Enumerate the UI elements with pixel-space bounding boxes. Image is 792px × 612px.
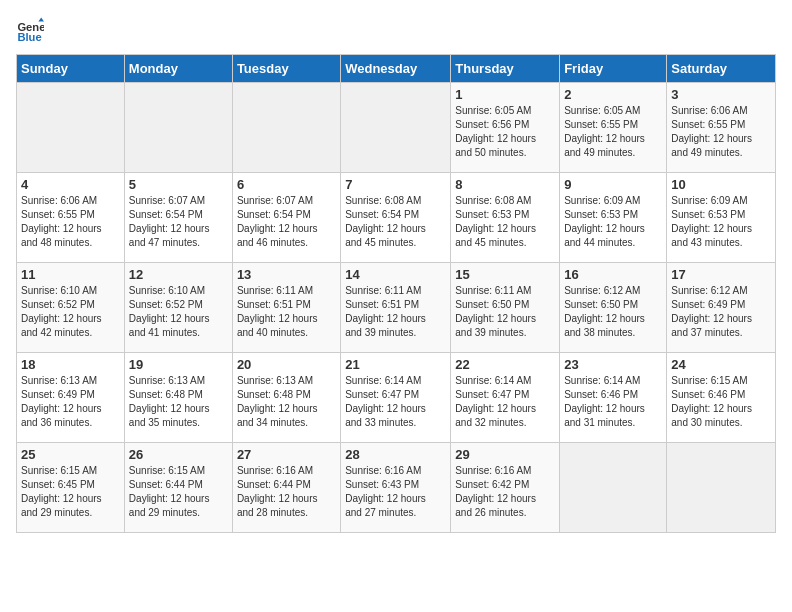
day-number: 26 — [129, 447, 228, 462]
calendar-cell: 1Sunrise: 6:05 AM Sunset: 6:56 PM Daylig… — [451, 83, 560, 173]
calendar-cell: 18Sunrise: 6:13 AM Sunset: 6:49 PM Dayli… — [17, 353, 125, 443]
day-number: 13 — [237, 267, 336, 282]
day-number: 8 — [455, 177, 555, 192]
calendar-cell: 23Sunrise: 6:14 AM Sunset: 6:46 PM Dayli… — [560, 353, 667, 443]
day-number: 15 — [455, 267, 555, 282]
calendar-cell: 26Sunrise: 6:15 AM Sunset: 6:44 PM Dayli… — [124, 443, 232, 533]
calendar-cell: 19Sunrise: 6:13 AM Sunset: 6:48 PM Dayli… — [124, 353, 232, 443]
calendar-cell — [232, 83, 340, 173]
day-detail: Sunrise: 6:15 AM Sunset: 6:44 PM Dayligh… — [129, 465, 210, 518]
day-number: 17 — [671, 267, 771, 282]
day-number: 22 — [455, 357, 555, 372]
day-detail: Sunrise: 6:14 AM Sunset: 6:46 PM Dayligh… — [564, 375, 645, 428]
weekday-header: Monday — [124, 55, 232, 83]
calendar-week-row: 18Sunrise: 6:13 AM Sunset: 6:49 PM Dayli… — [17, 353, 776, 443]
day-number: 20 — [237, 357, 336, 372]
calendar-table: SundayMondayTuesdayWednesdayThursdayFrid… — [16, 54, 776, 533]
day-detail: Sunrise: 6:13 AM Sunset: 6:49 PM Dayligh… — [21, 375, 102, 428]
day-number: 25 — [21, 447, 120, 462]
day-number: 1 — [455, 87, 555, 102]
day-number: 12 — [129, 267, 228, 282]
day-number: 16 — [564, 267, 662, 282]
day-number: 27 — [237, 447, 336, 462]
calendar-cell: 3Sunrise: 6:06 AM Sunset: 6:55 PM Daylig… — [667, 83, 776, 173]
day-number: 29 — [455, 447, 555, 462]
day-detail: Sunrise: 6:13 AM Sunset: 6:48 PM Dayligh… — [237, 375, 318, 428]
logo: General Blue — [16, 16, 46, 44]
calendar-week-row: 1Sunrise: 6:05 AM Sunset: 6:56 PM Daylig… — [17, 83, 776, 173]
day-number: 3 — [671, 87, 771, 102]
day-detail: Sunrise: 6:07 AM Sunset: 6:54 PM Dayligh… — [129, 195, 210, 248]
day-detail: Sunrise: 6:13 AM Sunset: 6:48 PM Dayligh… — [129, 375, 210, 428]
calendar-cell: 2Sunrise: 6:05 AM Sunset: 6:55 PM Daylig… — [560, 83, 667, 173]
calendar-cell — [124, 83, 232, 173]
day-number: 10 — [671, 177, 771, 192]
day-number: 4 — [21, 177, 120, 192]
calendar-cell: 14Sunrise: 6:11 AM Sunset: 6:51 PM Dayli… — [341, 263, 451, 353]
calendar-cell: 13Sunrise: 6:11 AM Sunset: 6:51 PM Dayli… — [232, 263, 340, 353]
calendar-cell — [341, 83, 451, 173]
day-number: 18 — [21, 357, 120, 372]
svg-text:Blue: Blue — [17, 31, 41, 43]
calendar-cell: 27Sunrise: 6:16 AM Sunset: 6:44 PM Dayli… — [232, 443, 340, 533]
calendar-week-row: 4Sunrise: 6:06 AM Sunset: 6:55 PM Daylig… — [17, 173, 776, 263]
day-detail: Sunrise: 6:15 AM Sunset: 6:46 PM Dayligh… — [671, 375, 752, 428]
day-detail: Sunrise: 6:12 AM Sunset: 6:49 PM Dayligh… — [671, 285, 752, 338]
calendar-cell: 21Sunrise: 6:14 AM Sunset: 6:47 PM Dayli… — [341, 353, 451, 443]
calendar-cell — [667, 443, 776, 533]
day-detail: Sunrise: 6:12 AM Sunset: 6:50 PM Dayligh… — [564, 285, 645, 338]
calendar-body: 1Sunrise: 6:05 AM Sunset: 6:56 PM Daylig… — [17, 83, 776, 533]
weekday-header: Tuesday — [232, 55, 340, 83]
weekday-header: Wednesday — [341, 55, 451, 83]
calendar-header-row: SundayMondayTuesdayWednesdayThursdayFrid… — [17, 55, 776, 83]
day-detail: Sunrise: 6:05 AM Sunset: 6:55 PM Dayligh… — [564, 105, 645, 158]
day-detail: Sunrise: 6:15 AM Sunset: 6:45 PM Dayligh… — [21, 465, 102, 518]
calendar-cell: 17Sunrise: 6:12 AM Sunset: 6:49 PM Dayli… — [667, 263, 776, 353]
day-number: 5 — [129, 177, 228, 192]
calendar-cell: 6Sunrise: 6:07 AM Sunset: 6:54 PM Daylig… — [232, 173, 340, 263]
day-detail: Sunrise: 6:11 AM Sunset: 6:50 PM Dayligh… — [455, 285, 536, 338]
day-number: 28 — [345, 447, 446, 462]
day-detail: Sunrise: 6:16 AM Sunset: 6:43 PM Dayligh… — [345, 465, 426, 518]
day-detail: Sunrise: 6:09 AM Sunset: 6:53 PM Dayligh… — [564, 195, 645, 248]
weekday-header: Sunday — [17, 55, 125, 83]
calendar-cell: 7Sunrise: 6:08 AM Sunset: 6:54 PM Daylig… — [341, 173, 451, 263]
day-number: 14 — [345, 267, 446, 282]
day-number: 9 — [564, 177, 662, 192]
calendar-cell: 11Sunrise: 6:10 AM Sunset: 6:52 PM Dayli… — [17, 263, 125, 353]
day-detail: Sunrise: 6:08 AM Sunset: 6:53 PM Dayligh… — [455, 195, 536, 248]
calendar-cell: 10Sunrise: 6:09 AM Sunset: 6:53 PM Dayli… — [667, 173, 776, 263]
day-number: 11 — [21, 267, 120, 282]
day-detail: Sunrise: 6:14 AM Sunset: 6:47 PM Dayligh… — [345, 375, 426, 428]
day-detail: Sunrise: 6:16 AM Sunset: 6:44 PM Dayligh… — [237, 465, 318, 518]
calendar-cell: 22Sunrise: 6:14 AM Sunset: 6:47 PM Dayli… — [451, 353, 560, 443]
day-number: 19 — [129, 357, 228, 372]
day-detail: Sunrise: 6:06 AM Sunset: 6:55 PM Dayligh… — [21, 195, 102, 248]
day-detail: Sunrise: 6:06 AM Sunset: 6:55 PM Dayligh… — [671, 105, 752, 158]
calendar-cell: 29Sunrise: 6:16 AM Sunset: 6:42 PM Dayli… — [451, 443, 560, 533]
calendar-cell: 4Sunrise: 6:06 AM Sunset: 6:55 PM Daylig… — [17, 173, 125, 263]
day-number: 6 — [237, 177, 336, 192]
day-detail: Sunrise: 6:09 AM Sunset: 6:53 PM Dayligh… — [671, 195, 752, 248]
calendar-cell — [560, 443, 667, 533]
calendar-cell: 12Sunrise: 6:10 AM Sunset: 6:52 PM Dayli… — [124, 263, 232, 353]
header: General Blue — [16, 16, 776, 44]
calendar-cell: 25Sunrise: 6:15 AM Sunset: 6:45 PM Dayli… — [17, 443, 125, 533]
day-detail: Sunrise: 6:16 AM Sunset: 6:42 PM Dayligh… — [455, 465, 536, 518]
day-detail: Sunrise: 6:14 AM Sunset: 6:47 PM Dayligh… — [455, 375, 536, 428]
calendar-cell — [17, 83, 125, 173]
day-detail: Sunrise: 6:11 AM Sunset: 6:51 PM Dayligh… — [237, 285, 318, 338]
calendar-week-row: 25Sunrise: 6:15 AM Sunset: 6:45 PM Dayli… — [17, 443, 776, 533]
day-detail: Sunrise: 6:10 AM Sunset: 6:52 PM Dayligh… — [21, 285, 102, 338]
calendar-cell: 28Sunrise: 6:16 AM Sunset: 6:43 PM Dayli… — [341, 443, 451, 533]
day-detail: Sunrise: 6:11 AM Sunset: 6:51 PM Dayligh… — [345, 285, 426, 338]
calendar-cell: 8Sunrise: 6:08 AM Sunset: 6:53 PM Daylig… — [451, 173, 560, 263]
day-detail: Sunrise: 6:10 AM Sunset: 6:52 PM Dayligh… — [129, 285, 210, 338]
weekday-header: Saturday — [667, 55, 776, 83]
day-number: 21 — [345, 357, 446, 372]
day-number: 7 — [345, 177, 446, 192]
day-number: 23 — [564, 357, 662, 372]
calendar-cell: 9Sunrise: 6:09 AM Sunset: 6:53 PM Daylig… — [560, 173, 667, 263]
day-detail: Sunrise: 6:05 AM Sunset: 6:56 PM Dayligh… — [455, 105, 536, 158]
day-detail: Sunrise: 6:08 AM Sunset: 6:54 PM Dayligh… — [345, 195, 426, 248]
